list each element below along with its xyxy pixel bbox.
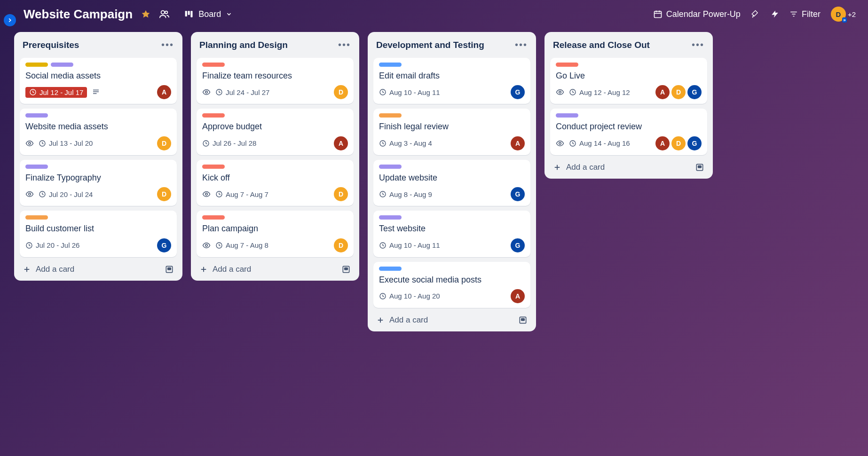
card[interactable]: Finalize TypographyJul 20 - Jul 24D bbox=[20, 160, 177, 206]
label-red[interactable] bbox=[202, 215, 225, 220]
date-badge[interactable]: Aug 10 - Aug 11 bbox=[379, 88, 440, 96]
filter-button[interactable]: Filter bbox=[789, 9, 821, 19]
list-title[interactable]: Planning and Design bbox=[199, 40, 288, 50]
rocket-icon[interactable] bbox=[751, 9, 760, 19]
member-avatar-G[interactable]: G bbox=[511, 85, 525, 99]
member-avatar-A[interactable]: A bbox=[511, 289, 525, 303]
member-avatar-D[interactable]: D bbox=[334, 85, 348, 99]
extra-members-count[interactable]: +2 bbox=[848, 10, 856, 18]
list-menu-button[interactable]: ••• bbox=[338, 39, 351, 50]
date-badge[interactable]: Jul 26 - Jul 28 bbox=[202, 139, 256, 147]
date-badge[interactable]: Aug 14 - Aug 16 bbox=[569, 139, 630, 147]
date-badge[interactable]: Aug 12 - Aug 12 bbox=[569, 88, 630, 96]
label-blue[interactable] bbox=[379, 267, 402, 271]
card[interactable]: Approve budgetJul 26 - Jul 28A bbox=[197, 109, 354, 155]
member-avatar-G[interactable]: G bbox=[157, 238, 171, 252]
label-red[interactable] bbox=[202, 165, 225, 169]
card[interactable]: Conduct project reviewAug 14 - Aug 16ADG bbox=[550, 109, 707, 155]
calendar-powerup-button[interactable]: Calendar Power-Up bbox=[653, 9, 741, 19]
card[interactable]: Build customer listJul 20 - Jul 26G bbox=[20, 211, 177, 257]
card-members: D bbox=[334, 85, 348, 99]
date-badge[interactable]: Jul 20 - Jul 26 bbox=[25, 241, 79, 249]
add-card-button[interactable]: Add a card bbox=[376, 315, 513, 325]
view-switcher[interactable]: Board bbox=[184, 9, 232, 19]
label-orange[interactable] bbox=[25, 215, 48, 220]
svg-point-20 bbox=[29, 193, 31, 196]
date-badge[interactable]: Aug 7 - Aug 8 bbox=[215, 241, 268, 249]
card-labels bbox=[379, 63, 525, 67]
header-user-avatar[interactable]: D » bbox=[831, 7, 846, 22]
date-badge[interactable]: Jul 20 - Jul 24 bbox=[39, 190, 93, 198]
date-badge-overdue[interactable]: Jul 12 - Jul 17 bbox=[25, 87, 87, 98]
list: Release and Close Out•••Go LiveAug 12 - … bbox=[544, 32, 713, 179]
plus-icon bbox=[553, 163, 561, 172]
add-card-button[interactable]: Add a card bbox=[199, 265, 337, 274]
label-red[interactable] bbox=[202, 113, 225, 118]
card-template-button[interactable] bbox=[518, 315, 528, 325]
member-avatar-D[interactable]: D bbox=[334, 238, 348, 252]
list-menu-button[interactable]: ••• bbox=[161, 39, 174, 50]
list-title[interactable]: Prerequisites bbox=[23, 40, 79, 50]
member-avatar-G[interactable]: G bbox=[511, 187, 525, 201]
date-badge[interactable]: Jul 24 - Jul 27 bbox=[215, 88, 269, 96]
member-avatar-A[interactable]: A bbox=[157, 85, 171, 99]
card[interactable]: Execute social media postsAug 10 - Aug 2… bbox=[373, 262, 530, 308]
label-red[interactable] bbox=[202, 63, 225, 67]
member-avatar-G[interactable]: G bbox=[511, 238, 525, 252]
member-avatar-G[interactable]: G bbox=[687, 85, 702, 99]
card[interactable]: Website media assetsJul 13 - Jul 20D bbox=[20, 109, 177, 155]
star-icon[interactable] bbox=[141, 9, 150, 19]
card[interactable]: Social media assetsJul 12 - Jul 17A bbox=[20, 58, 177, 104]
card[interactable]: Go LiveAug 12 - Aug 12ADG bbox=[550, 58, 707, 104]
member-avatar-G[interactable]: G bbox=[687, 136, 702, 150]
list-menu-button[interactable]: ••• bbox=[515, 39, 528, 50]
list-menu-button[interactable]: ••• bbox=[692, 39, 704, 50]
clock-icon bbox=[29, 88, 37, 96]
member-avatar-D[interactable]: D bbox=[157, 187, 171, 201]
label-purple[interactable] bbox=[51, 63, 73, 67]
card[interactable]: Plan campaignAug 7 - Aug 8D bbox=[197, 211, 354, 257]
label-red[interactable] bbox=[556, 63, 578, 67]
list-title[interactable]: Release and Close Out bbox=[553, 40, 650, 50]
card-template-button[interactable] bbox=[165, 265, 174, 274]
add-card-button[interactable]: Add a card bbox=[23, 265, 160, 274]
member-avatar-D[interactable]: D bbox=[334, 187, 348, 201]
card[interactable]: Kick offAug 7 - Aug 7D bbox=[197, 160, 354, 206]
label-yellow[interactable] bbox=[25, 63, 48, 67]
card-template-button[interactable] bbox=[341, 265, 351, 274]
card[interactable]: Finish legal reviewAug 3 - Aug 4A bbox=[373, 109, 530, 155]
svg-rect-26 bbox=[168, 267, 171, 269]
label-purple[interactable] bbox=[25, 113, 48, 118]
label-purple[interactable] bbox=[379, 215, 402, 220]
board-title[interactable]: Website Campaign bbox=[24, 7, 133, 22]
date-badge[interactable]: Aug 8 - Aug 9 bbox=[379, 190, 432, 198]
member-avatar-A[interactable]: A bbox=[655, 85, 670, 99]
member-avatar-A[interactable]: A bbox=[511, 136, 525, 150]
add-card-button[interactable]: Add a card bbox=[553, 163, 690, 172]
list-title[interactable]: Development and Testing bbox=[376, 40, 484, 50]
member-avatar-A[interactable]: A bbox=[334, 136, 348, 150]
watch-icon bbox=[556, 88, 564, 96]
label-purple[interactable] bbox=[556, 113, 578, 118]
date-badge[interactable]: Aug 10 - Aug 20 bbox=[379, 292, 440, 300]
label-blue[interactable] bbox=[379, 63, 402, 67]
automation-icon[interactable] bbox=[771, 10, 779, 18]
label-purple[interactable] bbox=[25, 165, 48, 169]
member-avatar-A[interactable]: A bbox=[655, 136, 670, 150]
member-avatar-D[interactable]: D bbox=[671, 136, 686, 150]
sidebar-collapse-button[interactable] bbox=[4, 14, 16, 26]
member-avatar-D[interactable]: D bbox=[671, 85, 686, 99]
date-badge[interactable]: Aug 3 - Aug 4 bbox=[379, 139, 432, 147]
label-purple[interactable] bbox=[379, 165, 402, 169]
member-avatar-D[interactable]: D bbox=[157, 136, 171, 150]
card-template-button[interactable] bbox=[695, 163, 704, 172]
card[interactable]: Test websiteAug 10 - Aug 11G bbox=[373, 211, 530, 257]
card[interactable]: Update websiteAug 8 - Aug 9G bbox=[373, 160, 530, 206]
date-badge[interactable]: Aug 10 - Aug 11 bbox=[379, 241, 440, 249]
members-icon[interactable] bbox=[159, 9, 169, 19]
date-badge[interactable]: Jul 13 - Jul 20 bbox=[39, 139, 93, 147]
card[interactable]: Edit email draftsAug 10 - Aug 11G bbox=[373, 58, 530, 104]
date-badge[interactable]: Aug 7 - Aug 7 bbox=[215, 190, 268, 198]
label-orange[interactable] bbox=[379, 113, 402, 118]
card[interactable]: Finalize team resourcesJul 24 - Jul 27D bbox=[197, 58, 354, 104]
